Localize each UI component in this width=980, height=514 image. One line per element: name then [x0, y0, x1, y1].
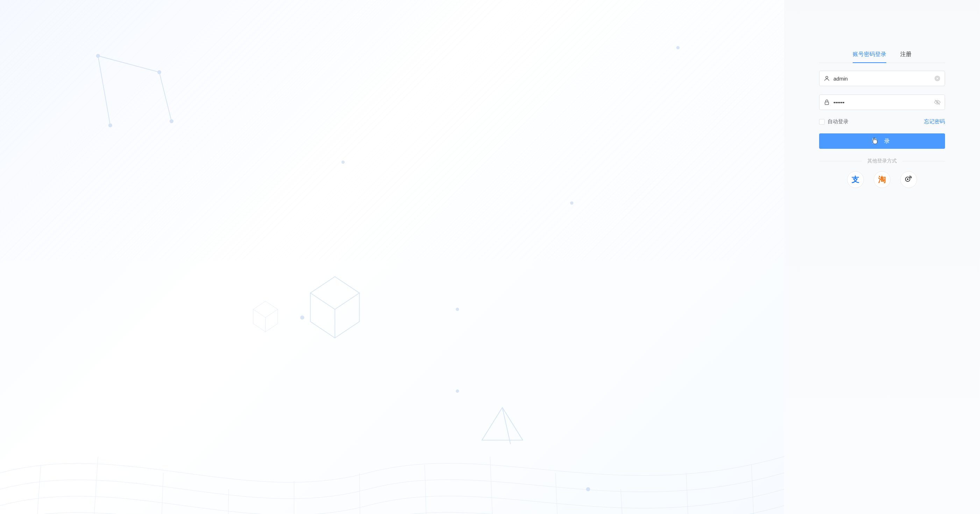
svg-line-16: [32, 465, 41, 514]
svg-line-17: [90, 457, 98, 514]
svg-rect-1: [0, 0, 784, 260]
svg-line-27: [752, 465, 757, 514]
svg-point-14: [586, 487, 590, 491]
svg-point-10: [456, 308, 459, 311]
clear-icon[interactable]: [934, 75, 940, 81]
decorative-left-panel: [0, 0, 784, 514]
svg-point-28: [826, 76, 828, 78]
login-box: 账号密码登录 注册: [819, 51, 945, 188]
login-button-label: 登 录: [872, 137, 892, 145]
options-row: 自动登录 忘记密码: [819, 118, 945, 125]
taobao-login-button[interactable]: 淘: [874, 171, 891, 188]
svg-line-24: [555, 473, 560, 514]
password-input[interactable]: [830, 99, 934, 105]
weibo-icon: [905, 175, 913, 185]
tab-password-login[interactable]: 账号密码登录: [853, 51, 886, 63]
alipay-login-button[interactable]: 支: [847, 171, 864, 188]
svg-line-26: [686, 473, 691, 514]
other-login-divider: 其他登录方式: [819, 158, 945, 164]
eye-off-icon[interactable]: [934, 99, 940, 105]
background-graphic: [0, 0, 784, 514]
tab-register[interactable]: 注册: [900, 51, 912, 63]
svg-line-21: [360, 473, 361, 514]
svg-point-11: [570, 201, 573, 204]
alipay-icon: 支: [852, 174, 859, 185]
svg-line-18: [159, 473, 163, 514]
login-panel: 账号密码登录 注册: [784, 0, 980, 514]
password-input-wrap[interactable]: [819, 94, 945, 110]
taobao-icon: 淘: [878, 174, 886, 185]
svg-point-35: [907, 179, 908, 180]
username-input[interactable]: [830, 76, 934, 81]
svg-line-25: [621, 489, 626, 514]
svg-point-15: [456, 389, 459, 393]
svg-point-13: [341, 160, 345, 163]
svg-line-22: [425, 465, 428, 514]
social-login-row: 支 淘: [819, 171, 945, 188]
auto-login-checkbox[interactable]: 自动登录: [819, 118, 848, 125]
forgot-password-link[interactable]: 忘记密码: [924, 118, 945, 125]
checkbox-box: [819, 119, 825, 125]
username-input-wrap[interactable]: [819, 71, 945, 86]
svg-line-19: [227, 489, 229, 514]
lock-icon: [824, 99, 830, 105]
auto-login-label: 自动登录: [827, 118, 848, 125]
user-icon: [824, 75, 830, 81]
weibo-login-button[interactable]: [900, 171, 917, 188]
divider-text: 其他登录方式: [862, 158, 902, 164]
svg-rect-31: [825, 102, 829, 105]
svg-point-9: [300, 316, 304, 320]
login-button[interactable]: 登 录: [819, 133, 945, 149]
auth-tabs: 账号密码登录 注册: [819, 51, 945, 63]
svg-point-12: [676, 46, 679, 49]
